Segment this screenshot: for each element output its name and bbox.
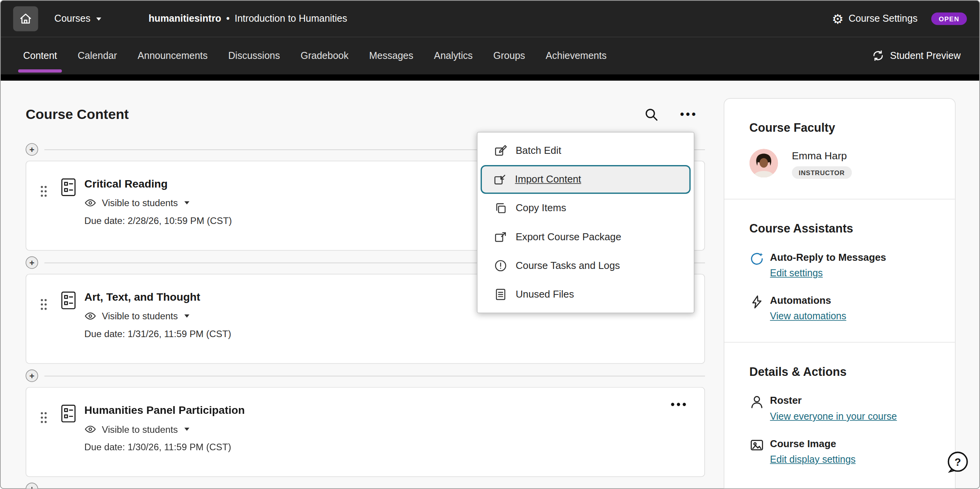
add-content-divider: + (26, 483, 705, 489)
tab-discussions[interactable]: Discussions (228, 38, 280, 74)
tab-content[interactable]: Content (23, 38, 57, 74)
home-button[interactable] (13, 6, 38, 31)
tab-analytics[interactable]: Analytics (434, 38, 473, 74)
course-image-icon (750, 437, 765, 453)
faculty-heading: Course Faculty (750, 121, 930, 135)
plus-icon: + (29, 484, 34, 489)
role-badge: INSTRUCTOR (792, 166, 851, 179)
menu-item-export-course-package[interactable]: Export Course Package (478, 222, 694, 251)
menu-item-import-content[interactable]: Import Content (481, 165, 691, 194)
drag-handle[interactable] (38, 297, 50, 313)
eye-icon (84, 423, 96, 435)
add-content-button[interactable]: + (26, 370, 38, 382)
drag-handle-icon (40, 410, 47, 424)
courses-dropdown[interactable]: Courses (51, 12, 105, 25)
faculty-info: Emma Harp INSTRUCTOR (792, 149, 851, 179)
details-title: Course Image (770, 438, 856, 449)
copy-items-icon (494, 201, 507, 215)
card-body: Art, Text, and Thought Visible to studen… (84, 291, 231, 363)
add-content-button[interactable]: + (26, 483, 38, 489)
content-header-actions: ••• (643, 106, 705, 123)
menu-item-copy-items[interactable]: Copy Items (478, 194, 694, 222)
content-header: Course Content ••• (26, 106, 705, 123)
drag-handle[interactable] (38, 184, 50, 200)
plus-icon: + (29, 258, 34, 267)
tasks-logs-icon (494, 259, 507, 272)
search-icon (644, 107, 659, 122)
home-icon (19, 12, 32, 26)
tab-achievements[interactable]: Achievements (546, 38, 607, 74)
assignment-icon (60, 291, 77, 363)
details-row-roster: Roster View everyone in your course (750, 395, 930, 422)
automations-icon (750, 294, 765, 310)
content-options-menu: Batch Edit Import Content Copy Items (477, 132, 694, 313)
card-body: Humanities Panel Participation Visible t… (84, 404, 245, 476)
edit-display-settings-link[interactable]: Edit display settings (770, 454, 856, 465)
student-preview-button[interactable]: Student Preview (868, 49, 964, 62)
tab-announcements[interactable]: Announcements (138, 38, 208, 74)
topbar: Courses humanitiesintro • Introduction t… (1, 1, 980, 37)
avatar[interactable] (750, 149, 778, 177)
item-title-link[interactable]: Art, Text, and Thought (84, 291, 200, 304)
assistant-row-body: Auto-Reply to Messages Edit settings (770, 252, 886, 279)
item-title-link[interactable]: Critical Reading (84, 177, 168, 191)
chevron-down-icon (185, 315, 190, 318)
menu-item-label: Batch Edit (516, 145, 561, 156)
breadcrumb-separator: • (226, 13, 230, 24)
course-name: Introduction to Humanities (235, 13, 347, 24)
chevron-down-icon (185, 201, 190, 205)
course-nav: Content Calendar Announcements Discussio… (1, 37, 980, 74)
menu-item-label: Copy Items (516, 203, 566, 214)
assignment-icon (60, 404, 77, 476)
search-button[interactable] (643, 106, 660, 123)
due-date: Due date: 1/31/26, 11:59 PM (CST) (84, 328, 231, 339)
assignment-icon (60, 177, 77, 250)
visibility-dropdown[interactable]: Visible to students (84, 197, 190, 209)
visibility-dropdown[interactable]: Visible to students (84, 310, 190, 322)
assistant-row-body: Automations View automations (770, 295, 846, 322)
eye-icon (84, 310, 96, 322)
tab-messages[interactable]: Messages (369, 38, 413, 74)
add-content-button[interactable]: + (26, 143, 38, 155)
item-title-link[interactable]: Humanities Panel Participation (84, 404, 245, 417)
tab-gradebook[interactable]: Gradebook (301, 38, 349, 74)
menu-item-batch-edit[interactable]: Batch Edit (478, 136, 694, 165)
assistant-title: Auto-Reply to Messages (770, 252, 886, 263)
content-overflow-button[interactable]: ••• (679, 108, 698, 121)
tab-calendar[interactable]: Calendar (78, 38, 117, 74)
item-overflow-button[interactable]: ••• (669, 398, 689, 411)
sidebar-divider (724, 342, 955, 343)
faculty-member: Emma Harp INSTRUCTOR (750, 149, 930, 179)
content-item-card: Humanities Panel Participation Visible t… (26, 387, 705, 477)
topbar-actions: ⚙ Course Settings OPEN (828, 12, 967, 26)
view-automations-link[interactable]: View automations (770, 311, 846, 322)
eye-icon (84, 197, 96, 209)
view-roster-link[interactable]: View everyone in your course (770, 411, 897, 422)
details-heading: Details & Actions (750, 365, 930, 379)
auto-reply-icon (750, 251, 765, 267)
menu-item-unused-files[interactable]: Unused Files (478, 280, 694, 309)
batch-edit-icon (494, 144, 507, 157)
course-settings-button[interactable]: ⚙ Course Settings (828, 12, 922, 26)
details-row-body: Roster View everyone in your course (770, 395, 897, 422)
question-icon: ? (946, 450, 969, 474)
drag-handle-icon (40, 184, 47, 198)
ellipsis-icon: ••• (671, 399, 688, 410)
add-content-button[interactable]: + (26, 257, 38, 269)
menu-item-label: Export Course Package (516, 231, 621, 243)
courses-label: Courses (54, 13, 90, 24)
main-area: Course Content ••• + + (1, 81, 980, 488)
student-preview-label: Student Preview (890, 50, 961, 61)
add-content-divider: + (26, 370, 705, 382)
help-button[interactable]: ? (946, 450, 969, 474)
drag-handle[interactable] (38, 410, 50, 426)
menu-item-label: Import Content (515, 174, 581, 185)
due-date: Due date: 1/30/26, 11:59 PM (CST) (84, 441, 245, 452)
chevron-down-icon (185, 428, 190, 431)
chevron-down-icon (96, 17, 101, 20)
course-sidebar: Course Faculty Emma Harp INSTRUCTOR Cour… (724, 98, 956, 489)
edit-settings-link[interactable]: Edit settings (770, 268, 823, 279)
tab-groups[interactable]: Groups (493, 38, 525, 74)
menu-item-course-tasks-and-logs[interactable]: Course Tasks and Logs (478, 251, 694, 280)
visibility-dropdown[interactable]: Visible to students (84, 423, 190, 435)
